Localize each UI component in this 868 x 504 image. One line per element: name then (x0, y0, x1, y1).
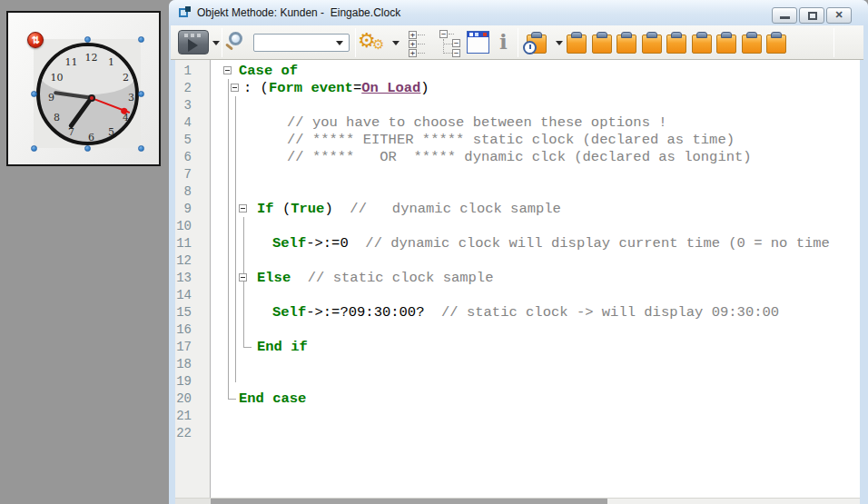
clipboard-slot-icon[interactable] (567, 32, 587, 54)
code-line[interactable]: // ***** EITHER ***** static clock (decl… (175, 132, 860, 149)
fold-marker-icon[interactable] (223, 66, 232, 74)
line-number: 19 (175, 373, 192, 390)
play-icon (188, 39, 198, 52)
close-button[interactable]: ✕ (826, 7, 852, 24)
form-editor-panel: 123456789101112 ⇅ (0, 0, 169, 504)
code-line[interactable]: Else // static clock sample (175, 270, 860, 287)
selection-handle[interactable] (138, 36, 144, 43)
line-number: 8 (175, 183, 192, 201)
scrollbar-thumb[interactable] (211, 499, 607, 504)
clipboard-slot-icon[interactable] (642, 32, 662, 54)
execute-method-button[interactable] (178, 30, 209, 54)
code-line[interactable]: Self->:=0 // dynamic clock will display … (175, 235, 860, 252)
selection-handle[interactable] (84, 145, 91, 152)
code-text: : (Form event=On Load) (243, 80, 429, 97)
fold-marker-icon[interactable] (231, 84, 239, 92)
window-title: Objekt Methode: Kunden - Eingabe.Clock (197, 0, 400, 25)
code-editor[interactable]: 12345678910111213141516171819202122 Case… (175, 60, 860, 498)
clipboard-slot-icon[interactable] (742, 32, 762, 54)
code-text: End case (239, 390, 306, 408)
maximize-button[interactable] (799, 7, 824, 24)
clock-numeral: 5 (104, 127, 119, 138)
code-text: // you have to choose between these opti… (287, 114, 667, 132)
code-text: Self->:=?09:30:00? // static clock -> wi… (272, 304, 779, 321)
selection-handle[interactable] (31, 91, 37, 97)
execute-dropdown-arrow[interactable] (212, 41, 220, 45)
clock-numeral: 8 (49, 113, 64, 124)
clipboard-slot-icon[interactable] (592, 32, 612, 54)
clipboard-clip (531, 32, 542, 38)
object-method-badge-icon[interactable]: ⇅ (27, 32, 44, 48)
minimize-button[interactable] (772, 7, 797, 24)
line-number: 14 (175, 287, 192, 304)
fold-marker-icon[interactable] (239, 204, 247, 212)
second-hand-dot (120, 106, 128, 114)
search-icon (229, 32, 242, 45)
scrollbar-corner (175, 499, 211, 504)
clipboard-clip (671, 32, 682, 38)
code-line[interactable]: Self->:=?09:30:00? // static clock -> wi… (175, 304, 860, 321)
fold-marker-icon[interactable] (239, 273, 247, 282)
maximize-icon (808, 12, 817, 20)
clipboard-dropdown-arrow[interactable] (556, 41, 563, 45)
clock-numeral: 10 (49, 73, 64, 84)
paste-clipboard-clock-icon[interactable] (527, 32, 547, 54)
line-number: 18 (175, 356, 192, 373)
clipboard-clip (621, 32, 632, 38)
analog-clock-widget[interactable]: 123456789101112 (36, 43, 139, 145)
toolbar-separator (355, 28, 356, 57)
horizontal-scrollbar[interactable] (175, 498, 860, 504)
toolbar-separator (518, 28, 518, 57)
clipboard-slot-icon[interactable] (616, 32, 636, 54)
code-text: Else // static clock sample (257, 270, 493, 287)
clock-numeral: 6 (84, 133, 99, 143)
line-number: 10 (175, 218, 192, 235)
code-text: // ***** EITHER ***** static clock (decl… (287, 132, 735, 149)
clipboard-clip (746, 32, 757, 38)
clock-numeral: 1 (104, 57, 119, 68)
code-text: // ***** OR ***** dynamic clck (declared… (287, 149, 752, 166)
code-text: Self->:=0 // dynamic clock will display … (272, 235, 830, 252)
selection-handle[interactable] (84, 36, 91, 43)
macros-icon[interactable] (467, 31, 489, 54)
method-icon (178, 6, 191, 19)
search-dropdown-arrow[interactable] (336, 41, 343, 45)
clock-numeral: 3 (124, 93, 139, 104)
minimize-icon (780, 16, 790, 19)
clipboard-slot-icon[interactable] (666, 32, 686, 54)
info-icon[interactable]: i (499, 29, 508, 54)
clipboard-clip (771, 32, 782, 38)
code-text: If (True) // dynamic clock sample (257, 201, 561, 218)
clock-numeral: 2 (119, 73, 133, 84)
line-number: 16 (175, 321, 192, 339)
selection-handle[interactable] (138, 145, 144, 152)
clock-widget-container[interactable]: 123456789101112 ⇅ (6, 11, 161, 166)
code-line[interactable]: // ***** OR ***** dynamic clck (declared… (175, 149, 860, 166)
mini-clock-icon (523, 41, 537, 54)
code-line[interactable]: : (Form event=On Load) (175, 80, 860, 97)
clipboard-slot-icon[interactable] (716, 32, 736, 54)
line-number: 7 (175, 166, 192, 183)
clipboard-slot-icon[interactable] (766, 32, 786, 54)
method-editor-window: Objekt Methode: Kunden - Eingabe.Clock ✕… (169, 0, 868, 504)
toolbar-separator (222, 28, 222, 57)
code-line[interactable]: If (True) // dynamic clock sample (175, 201, 860, 218)
code-line[interactable]: End if (175, 339, 860, 356)
clipboard-clip (721, 32, 732, 38)
code-text: End if (257, 339, 308, 356)
selection-handle[interactable] (31, 145, 37, 152)
clock-numeral: 11 (64, 57, 79, 68)
titlebar[interactable]: Objekt Methode: Kunden - Eingabe.Clock ✕ (169, 0, 868, 25)
line-number: 3 (175, 97, 192, 114)
line-number: 21 (175, 408, 192, 425)
code-line[interactable]: Case of (175, 63, 860, 80)
gear-dropdown-arrow[interactable] (392, 41, 399, 45)
clipboard-clip (597, 32, 607, 38)
screen: { "window": { "title": "Objekt Methode: … (0, 0, 868, 504)
macros-icon-titlebar (468, 32, 488, 37)
code-line[interactable]: End case (175, 390, 860, 408)
selection-handle[interactable] (138, 91, 144, 97)
clipboard-slot-icon[interactable] (692, 32, 712, 54)
gear-small-icon: ⚙ (372, 36, 384, 53)
code-line[interactable]: // you have to choose between these opti… (175, 114, 860, 132)
